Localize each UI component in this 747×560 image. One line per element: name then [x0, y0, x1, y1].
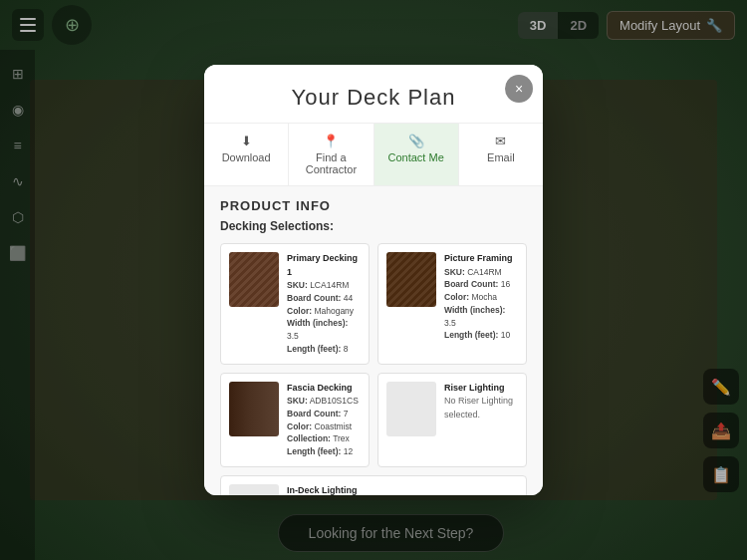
tab-email-label: Email [487, 151, 515, 163]
riser-details: Riser Lighting No Riser Lighting selecte… [444, 382, 518, 458]
picture-framing-item: Picture Framing SKU: CA14RM Board Count:… [377, 243, 527, 365]
tab-email[interactable]: ✉ Email [459, 124, 543, 185]
primary-decking-item: Primary Decking 1 SKU: LCA14RM Board Cou… [220, 243, 370, 365]
fascia-board-count: Board Count: 7 [287, 408, 359, 420]
primary-decking-length: Length (feet): 8 [287, 343, 361, 356]
primary-decking-board-count: Board Count: 44 [287, 292, 361, 305]
primary-decking-swatch [229, 252, 279, 307]
picture-framing-details: Picture Framing SKU: CA14RM Board Count:… [444, 252, 518, 356]
contractor-icon: 📍 [323, 134, 339, 148]
in-deck-lighting-item: In-Deck Lighting No In-Deck Lighting sel… [220, 475, 527, 495]
riser-no-selection: No Riser Lighting selected. [444, 396, 513, 420]
in-deck-title: In-Deck Lighting [287, 484, 404, 495]
primary-decking-color: Color: Mahogany [287, 305, 361, 318]
fascia-collection: Collection: Trex [287, 432, 359, 445]
picture-framing-board-count: Board Count: 16 [444, 278, 518, 291]
picture-framing-width: Width (inches): 3.5 [444, 304, 518, 330]
picture-framing-swatch [386, 252, 436, 307]
primary-decking-width: Width (inches): 3.5 [287, 317, 361, 343]
product-info-title: PRODUCT INFO [220, 198, 527, 213]
picture-framing-length: Length (feet): 10 [444, 329, 518, 342]
tab-contact-me[interactable]: 📎 Contact Me [374, 124, 459, 185]
fascia-title: Fascia Decking [287, 382, 359, 396]
in-deck-details: In-Deck Lighting No In-Deck Lighting sel… [287, 484, 404, 495]
action-tabs: ⬇ Download 📍 Find a Contractor 📎 Contact… [204, 123, 543, 186]
modal-header: Your Deck Plan × [204, 65, 543, 123]
picture-framing-color: Color: Mocha [444, 291, 518, 304]
modal-overlay[interactable]: Your Deck Plan × ⬇ Download 📍 Find a Con… [0, 0, 747, 560]
deck-plan-modal: Your Deck Plan × ⬇ Download 📍 Find a Con… [204, 65, 543, 495]
riser-lighting-item: Riser Lighting No Riser Lighting selecte… [377, 373, 527, 467]
tab-contact-me-label: Contact Me [388, 151, 444, 163]
tab-download[interactable]: ⬇ Download [204, 124, 289, 185]
primary-decking-title: Primary Decking 1 [287, 252, 361, 279]
contact-icon: 📎 [408, 134, 424, 148]
tab-find-contractor[interactable]: 📍 Find a Contractor [289, 124, 374, 185]
modal-title: Your Deck Plan [224, 85, 523, 111]
download-icon: ⬇ [241, 134, 252, 148]
fascia-length: Length (feet): 12 [287, 445, 359, 458]
riser-swatch [386, 382, 436, 436]
modal-close-button[interactable]: × [505, 75, 533, 103]
tab-download-label: Download [222, 151, 271, 163]
fascia-swatch [229, 382, 279, 436]
primary-decking-sku: SKU: LCA14RM [287, 279, 361, 292]
fascia-color: Color: Coastmist [287, 420, 359, 433]
fascia-riser-grid: Fascia Decking SKU: ADB10S1CS Board Coun… [220, 373, 527, 467]
tab-find-contractor-label: Find a Contractor [293, 151, 369, 175]
product-info-section: PRODUCT INFO Decking Selections: Primary… [204, 186, 543, 495]
fascia-decking-item: Fascia Decking SKU: ADB10S1CS Board Coun… [220, 373, 370, 467]
fascia-sku: SKU: ADB10S1CS [287, 395, 359, 408]
decking-selections-title: Decking Selections: [220, 219, 527, 233]
primary-decking-details: Primary Decking 1 SKU: LCA14RM Board Cou… [287, 252, 361, 356]
riser-title: Riser Lighting [444, 382, 518, 396]
picture-framing-sku: SKU: CA14RM [444, 266, 518, 279]
picture-framing-title: Picture Framing [444, 252, 518, 266]
email-icon: ✉ [495, 134, 506, 148]
fascia-details: Fascia Decking SKU: ADB10S1CS Board Coun… [287, 382, 359, 458]
in-deck-swatch [229, 484, 279, 495]
selections-grid: Primary Decking 1 SKU: LCA14RM Board Cou… [220, 243, 527, 365]
